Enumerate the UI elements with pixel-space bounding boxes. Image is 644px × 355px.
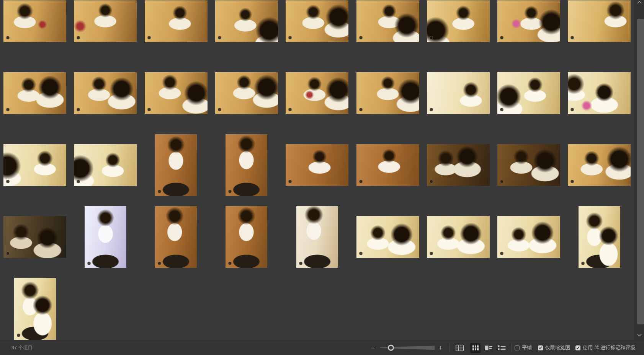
- table-view-button[interactable]: [454, 343, 465, 353]
- toolbar-separator: [449, 344, 449, 352]
- status-badge-icon: [87, 262, 91, 265]
- checkbox-icon[interactable]: [575, 345, 580, 350]
- photo-thumbnail[interactable]: [145, 72, 208, 114]
- photo-thumbnail[interactable]: [155, 206, 197, 268]
- status-badge-icon: [158, 262, 161, 265]
- photo-thumbnail[interactable]: [568, 144, 631, 186]
- status-badge-icon: [359, 108, 363, 111]
- status-bar: 37 个项目 − +: [0, 340, 644, 355]
- photo-thumbnail[interactable]: [74, 0, 137, 42]
- photo-thumbnail[interactable]: [286, 144, 348, 186]
- status-badge-icon: [359, 36, 363, 39]
- status-badge-icon: [570, 108, 574, 111]
- photo-thumbnail[interactable]: [296, 206, 338, 268]
- photo-thumbnail[interactable]: [356, 72, 419, 114]
- status-badge-icon: [288, 108, 292, 111]
- zoom-in-button[interactable]: +: [438, 344, 444, 352]
- photo-thumbnail[interactable]: [145, 0, 208, 42]
- photo-thumbnail[interactable]: [286, 72, 348, 114]
- scroll-up-icon[interactable]: [637, 1, 642, 4]
- checkbox-icon[interactable]: [515, 345, 520, 350]
- photo-thumbnail[interactable]: [155, 134, 197, 196]
- status-badge-icon: [430, 180, 433, 183]
- status-badge-icon: [6, 180, 10, 183]
- photo-thumbnail[interactable]: [427, 72, 490, 114]
- checkbox-icon[interactable]: [538, 345, 543, 350]
- status-badge-icon: [288, 180, 292, 183]
- list-view-button[interactable]: [497, 343, 507, 353]
- status-badge-icon: [570, 36, 574, 39]
- photo-thumbnail[interactable]: [3, 144, 66, 186]
- photo-thumbnail[interactable]: [427, 144, 490, 186]
- zoom-out-button[interactable]: −: [370, 344, 376, 352]
- thumbnail-grid: [0, 0, 634, 340]
- photo-thumbnail[interactable]: [74, 144, 137, 186]
- thumbnails-only-toggle-label: 仅限缩览图: [545, 344, 570, 351]
- thumbnail-details-view-button[interactable]: [483, 343, 494, 353]
- slider-knob[interactable]: [388, 345, 394, 351]
- photo-thumbnail[interactable]: [356, 144, 419, 186]
- status-badge-icon: [288, 36, 292, 39]
- photo-thumbnail[interactable]: [226, 134, 267, 196]
- thumbnails-view-button[interactable]: [470, 343, 481, 353]
- status-badge-icon: [17, 334, 20, 337]
- item-count: 37 个项目: [11, 340, 33, 355]
- status-badge-icon: [218, 36, 221, 39]
- status-badge-icon: [299, 262, 302, 265]
- photo-thumbnail[interactable]: [568, 72, 631, 114]
- status-badge-icon: [500, 180, 503, 183]
- photo-thumbnail[interactable]: [286, 0, 348, 42]
- status-badge-icon: [430, 108, 433, 111]
- status-badge-icon: [77, 108, 80, 111]
- photo-thumbnail[interactable]: [3, 0, 66, 42]
- photo-thumbnail[interactable]: [356, 216, 419, 258]
- status-badge-icon: [77, 180, 80, 183]
- status-badge-icon: [500, 252, 503, 255]
- status-badge-icon: [218, 108, 221, 111]
- scroll-down-icon[interactable]: [637, 334, 642, 337]
- status-badge-icon: [359, 180, 363, 183]
- photo-thumbnail[interactable]: [74, 72, 137, 114]
- thumbnails-only-toggle[interactable]: 仅限缩览图: [538, 344, 570, 351]
- photo-thumbnail[interactable]: [427, 216, 490, 258]
- status-badge-icon: [77, 36, 80, 39]
- status-badge-icon: [581, 262, 585, 265]
- status-badge-icon: [430, 36, 433, 39]
- status-badge-icon: [228, 190, 232, 193]
- status-badge-icon: [570, 180, 574, 183]
- photo-thumbnail[interactable]: [497, 72, 560, 114]
- status-badge-icon: [6, 36, 10, 39]
- tile-toggle-label: 平铺: [522, 344, 532, 351]
- status-badge-icon: [430, 252, 433, 255]
- status-badge-icon: [147, 36, 151, 39]
- cmd-tag-rate-toggle-label: 使用 ⌘ 进行标记和评级: [583, 344, 635, 351]
- toolbar-separator: [511, 344, 512, 352]
- photo-thumbnail[interactable]: [568, 0, 631, 42]
- status-badge-icon: [147, 108, 151, 111]
- status-badge-icon: [228, 262, 232, 265]
- scrollbar-thumb[interactable]: [637, 19, 644, 324]
- vertical-scrollbar[interactable]: [634, 0, 644, 340]
- photo-thumbnail[interactable]: [497, 216, 560, 258]
- photo-thumbnail[interactable]: [215, 0, 278, 42]
- status-badge-icon: [6, 108, 10, 111]
- thumbnail-size-slider[interactable]: [380, 345, 435, 351]
- status-badge-icon: [500, 36, 503, 39]
- status-badge-icon: [500, 108, 503, 111]
- photo-thumbnail[interactable]: [497, 0, 560, 42]
- photo-thumbnail[interactable]: [497, 144, 560, 186]
- photo-thumbnail[interactable]: [85, 206, 126, 268]
- tile-toggle[interactable]: 平铺: [515, 344, 532, 351]
- photo-thumbnail[interactable]: [226, 206, 267, 268]
- photo-thumbnail[interactable]: [356, 0, 419, 42]
- cmd-tag-rate-toggle[interactable]: 使用 ⌘ 进行标记和评级: [575, 344, 635, 351]
- photo-thumbnail[interactable]: [579, 206, 620, 268]
- status-badge-icon: [359, 252, 363, 255]
- photo-thumbnail[interactable]: [3, 72, 66, 114]
- toolbar-controls: − +: [370, 340, 635, 355]
- photo-thumbnail[interactable]: [14, 278, 56, 340]
- status-badge-icon: [6, 252, 10, 255]
- photo-thumbnail[interactable]: [427, 0, 490, 42]
- photo-thumbnail[interactable]: [3, 216, 66, 258]
- photo-thumbnail[interactable]: [215, 72, 278, 114]
